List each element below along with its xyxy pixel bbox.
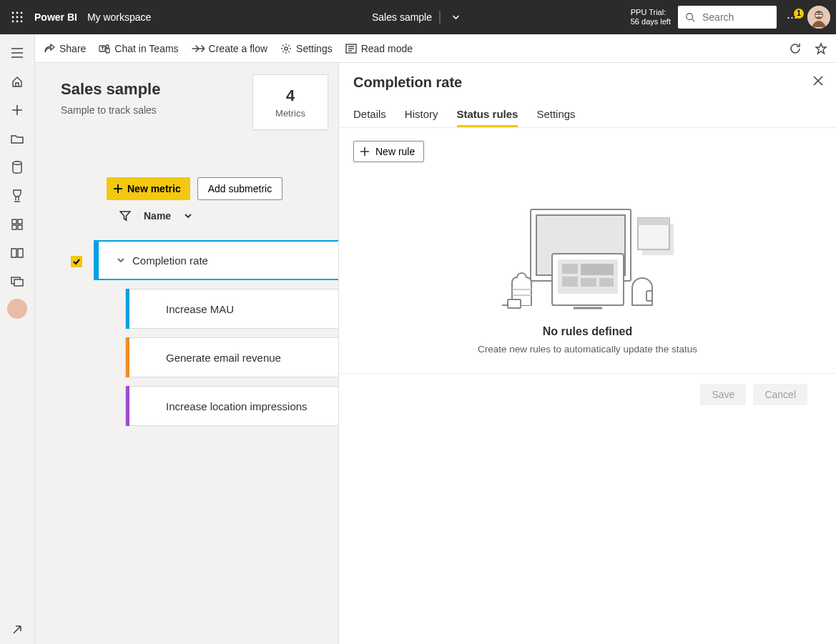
search-input[interactable] <box>701 11 758 24</box>
nav-goals[interactable] <box>3 182 31 210</box>
sort-button[interactable] <box>184 212 192 220</box>
more-menu[interactable]: ··· 1 <box>784 11 800 24</box>
close-panel-button[interactable] <box>813 76 823 86</box>
empty-illustration <box>495 195 681 309</box>
nav-my-workspace[interactable] <box>7 299 27 319</box>
nav-workspaces[interactable] <box>3 267 31 296</box>
chevron-down-icon <box>117 256 125 264</box>
chevron-down-icon <box>184 212 192 220</box>
close-icon <box>813 76 823 86</box>
flow-icon <box>192 44 205 54</box>
svg-point-0 <box>12 12 14 14</box>
chat-teams-button[interactable]: Chat in Teams <box>99 43 178 54</box>
trial-status: PPU Trial: 56 days left <box>631 8 671 26</box>
svg-point-9 <box>687 14 693 20</box>
filter-icon <box>119 210 131 222</box>
metrics-count-label: Metrics <box>275 108 305 119</box>
metric-name: Completion rate <box>132 254 208 267</box>
status-strip <box>126 337 129 377</box>
filter-button[interactable] <box>119 210 131 222</box>
tab-history[interactable]: History <box>405 102 438 127</box>
svg-point-15 <box>13 162 21 164</box>
metrics-count-card[interactable]: 4 Metrics <box>252 74 328 130</box>
svg-point-6 <box>12 21 14 23</box>
svg-rect-14 <box>815 14 822 15</box>
metrics-count: 4 <box>286 86 295 105</box>
plus-icon <box>360 147 370 157</box>
new-metric-button[interactable]: New metric <box>107 177 190 200</box>
empty-title: No rules defined <box>353 325 822 338</box>
nav-data[interactable] <box>3 153 31 182</box>
nav-apps[interactable] <box>3 210 31 239</box>
svg-rect-16 <box>12 219 16 224</box>
svg-rect-17 <box>18 219 22 224</box>
status-strip <box>126 289 129 329</box>
svg-rect-33 <box>581 278 596 287</box>
svg-point-4 <box>16 16 19 19</box>
nav-create[interactable] <box>3 96 31 124</box>
nav-learn[interactable] <box>3 239 31 267</box>
svg-rect-30 <box>562 264 578 274</box>
svg-rect-34 <box>599 278 614 287</box>
metric-name: Increase location impressions <box>166 400 308 412</box>
notification-badge: 1 <box>794 9 804 19</box>
save-button[interactable]: Save <box>700 384 746 405</box>
svg-point-5 <box>21 16 23 19</box>
dashboard-name[interactable]: Sales sample <box>372 11 432 23</box>
svg-rect-31 <box>562 277 578 287</box>
nav-expand[interactable] <box>3 615 31 644</box>
svg-rect-39 <box>508 299 521 308</box>
panel-title: Completion rate <box>353 74 822 91</box>
svg-rect-37 <box>638 218 669 225</box>
app-launcher[interactable] <box>0 0 34 34</box>
create-flow-button[interactable]: Create a flow <box>192 43 267 54</box>
tab-details[interactable]: Details <box>353 102 386 127</box>
app-brand: Power BI <box>34 11 77 23</box>
svg-point-1 <box>16 12 19 14</box>
dashboard-dropdown[interactable] <box>447 9 464 26</box>
refresh-icon <box>789 42 802 55</box>
metric-name: Generate email revenue <box>166 352 281 364</box>
svg-point-24 <box>285 46 287 49</box>
svg-point-3 <box>12 16 14 19</box>
status-strip <box>95 241 99 279</box>
teams-icon <box>99 43 110 54</box>
new-rule-button[interactable]: New rule <box>353 141 424 162</box>
svg-point-23 <box>106 45 109 48</box>
svg-point-7 <box>16 21 19 23</box>
status-strip <box>126 386 129 426</box>
empty-subtitle: Create new rules to automatically update… <box>353 344 822 355</box>
expand-toggle[interactable] <box>117 256 125 264</box>
workspace-link[interactable]: My workspace <box>87 11 151 23</box>
metric-name: Increase MAU <box>166 303 234 315</box>
column-name-header[interactable]: Name <box>144 210 171 222</box>
svg-rect-19 <box>18 225 22 229</box>
add-submetric-button[interactable]: Add submetric <box>197 177 282 200</box>
search-box[interactable] <box>678 6 777 29</box>
tab-status-rules[interactable]: Status rules <box>457 102 518 127</box>
nav-home[interactable] <box>3 67 31 96</box>
search-icon <box>685 12 695 22</box>
svg-rect-21 <box>14 279 23 286</box>
favorite-button[interactable] <box>815 42 827 55</box>
svg-point-2 <box>21 12 23 14</box>
svg-rect-32 <box>581 264 614 275</box>
row-checkbox[interactable] <box>71 256 82 267</box>
read-icon <box>345 44 357 54</box>
settings-button[interactable]: Settings <box>280 43 333 54</box>
svg-rect-18 <box>12 225 16 229</box>
star-icon <box>815 42 827 55</box>
nav-toggle[interactable] <box>3 39 31 67</box>
svg-rect-38 <box>646 291 652 301</box>
nav-browse[interactable] <box>3 124 31 153</box>
plus-icon <box>113 184 123 194</box>
share-icon <box>44 43 55 54</box>
read-mode-button[interactable]: Read mode <box>345 43 413 54</box>
tab-settings[interactable]: Settings <box>536 102 575 127</box>
refresh-button[interactable] <box>789 42 802 55</box>
cancel-button[interactable]: Cancel <box>753 384 807 405</box>
user-avatar[interactable] <box>807 6 830 29</box>
share-button[interactable]: Share <box>44 43 86 54</box>
divider <box>439 11 440 24</box>
gear-icon <box>280 43 292 54</box>
